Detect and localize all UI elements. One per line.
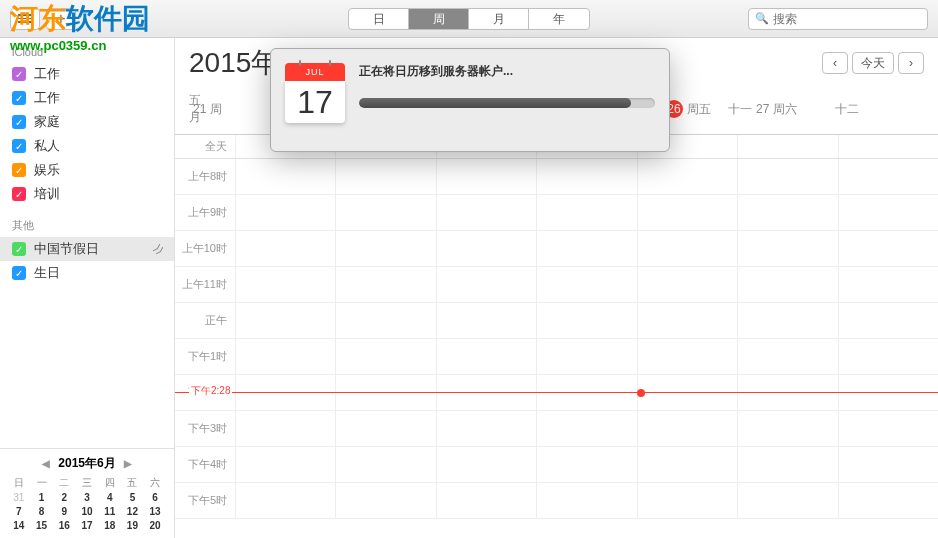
mini-cal-prev[interactable]: ◀ [42,458,50,469]
now-indicator: 下午2:28 [175,392,938,393]
weekday-col: 十二 [831,92,938,126]
time-label: 下午5时 [175,483,235,518]
checkbox-icon[interactable]: ✓ [12,266,26,280]
calendar-item[interactable]: ✓工作 [0,86,174,110]
time-label: 上午10时 [175,231,235,266]
calendar-label: 私人 [34,137,60,155]
progress-message: 正在将日历移到服务器帐户... [359,63,655,80]
now-dot-icon [637,389,645,397]
time-label: 下午3时 [175,411,235,446]
checkbox-icon[interactable]: ✓ [12,163,26,177]
view-day[interactable]: 日 [349,9,409,29]
time-label: 上午9时 [175,195,235,230]
progress-bar [359,98,655,108]
calendar-item[interactable]: ✓中国节假日⟩⟩ [0,237,174,261]
mini-cal-next[interactable]: ▶ [124,458,132,469]
calendar-item[interactable]: ✓生日 [0,261,174,285]
calendar-label: 家庭 [34,113,60,131]
sidebar-toggle-button[interactable] [10,8,40,30]
time-label: 正午 [175,303,235,338]
mini-cal-title: 2015年6月 [58,455,115,472]
search-box[interactable]: 🔍 [748,8,928,30]
checkbox-icon[interactable]: ✓ [12,115,26,129]
checkbox-icon[interactable]: ✓ [12,139,26,153]
section-icloud: iCloud [0,42,174,62]
checkbox-icon[interactable]: ✓ [12,67,26,81]
view-year[interactable]: 年 [529,9,589,29]
view-month[interactable]: 月 [469,9,529,29]
today-button[interactable]: 今天 [852,52,894,74]
calendar-label: 培训 [34,185,60,203]
calendar-label: 工作 [34,65,60,83]
checkbox-icon[interactable]: ✓ [12,242,26,256]
calendar-item[interactable]: ✓培训 [0,182,174,206]
calendar-label: 娱乐 [34,161,60,179]
checkbox-icon[interactable]: ✓ [12,187,26,201]
time-label: 上午8时 [175,159,235,194]
now-time-label: 下午2:28 [189,384,232,398]
section-other: 其他 [0,214,174,237]
time-label: 上午11时 [175,267,235,302]
prev-week-button[interactable]: ‹ [822,52,848,74]
time-label: 下午1时 [175,339,235,374]
search-input[interactable] [773,12,923,26]
search-icon: 🔍 [755,12,769,25]
view-segment: 日 周 月 年 [348,8,590,30]
time-grid[interactable]: 全天 上午8时 上午9时 上午10时 上午11时 正午 下午1时 下午2时 下午… [175,135,938,538]
calendar-item[interactable]: ✓娱乐 [0,158,174,182]
calendar-item[interactable]: ✓家庭 [0,110,174,134]
view-week[interactable]: 周 [409,9,469,29]
mini-cal-grid: 日一二三四五六 31123456 78910111213 14151617181… [8,476,166,532]
calendar-app-icon: JUL 17 [285,63,345,123]
mini-calendar: ◀ 2015年6月 ▶ 日一二三四五六 31123456 78910111213… [0,448,174,538]
add-event-button[interactable]: + [46,8,76,30]
weekday-col: 十一 27 周六 [724,92,831,126]
year-title: 2015年 [189,44,279,82]
next-week-button[interactable]: › [898,52,924,74]
time-label: 下午4时 [175,447,235,482]
calendar-item[interactable]: ✓私人 [0,134,174,158]
calendar-label: 生日 [34,264,60,282]
sidebar: iCloud ✓工作 ✓工作 ✓家庭 ✓私人 ✓娱乐 ✓培训 其他 ✓中国节假日… [0,38,175,538]
rss-icon: ⟩⟩ [151,242,166,257]
checkbox-icon[interactable]: ✓ [12,91,26,105]
calendar-label: 中国节假日 [34,240,99,258]
calendar-item[interactable]: ✓工作 [0,62,174,86]
allday-label: 全天 [175,135,235,158]
toolbar: + 日 周 月 年 🔍 [0,0,938,38]
progress-dialog: JUL 17 正在将日历移到服务器帐户... [270,48,670,152]
calendar-label: 工作 [34,89,60,107]
